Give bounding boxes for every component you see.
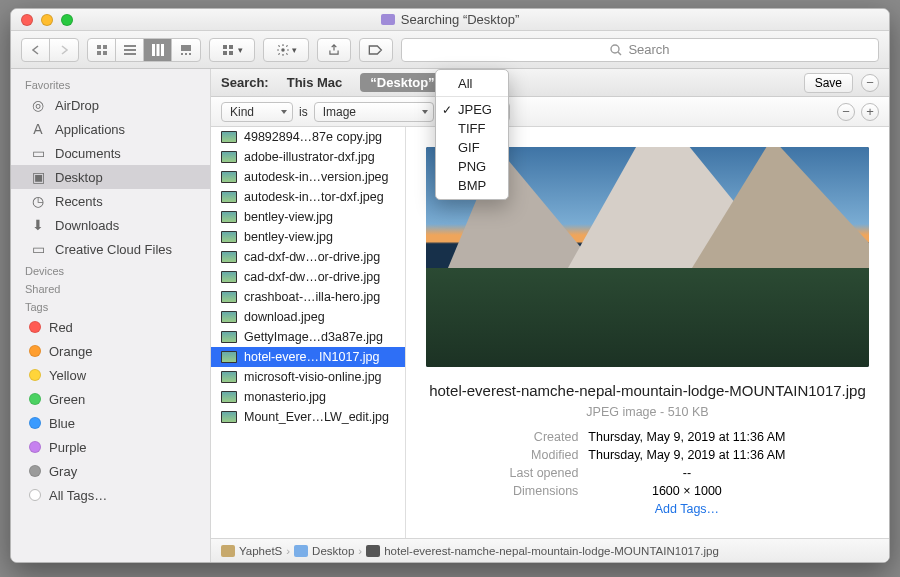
rule-value-select[interactable]: Image (314, 102, 434, 122)
column-view-button[interactable] (144, 39, 172, 61)
view-switcher (87, 38, 201, 62)
file-row[interactable]: bentley-view.jpg (211, 207, 405, 227)
content: 49892894…87e copy.jpgadobe-illustrator-d… (211, 127, 889, 538)
toolbar: ▾ ▾ Search (11, 31, 889, 69)
window-controls (21, 14, 73, 26)
sidebar-tag-yellow[interactable]: Yellow (11, 363, 210, 387)
svg-rect-10 (181, 45, 191, 51)
zoom-window-button[interactable] (61, 14, 73, 26)
share-button[interactable] (317, 38, 351, 62)
file-row[interactable]: cad-dxf-dw…or-drive.jpg (211, 267, 405, 287)
tag-dot-icon (29, 321, 41, 333)
svg-rect-13 (189, 53, 191, 55)
svg-rect-0 (97, 45, 101, 49)
sidebar-tag-blue[interactable]: Blue (11, 411, 210, 435)
svg-rect-11 (181, 53, 183, 55)
menu-item-tiff[interactable]: TIFF (436, 119, 508, 138)
menu-item-png[interactable]: PNG (436, 157, 508, 176)
scope-desktop[interactable]: “Desktop” (360, 73, 444, 92)
sidebar-section-shared-header: Shared (11, 279, 210, 297)
sidebar-item-desktop[interactable]: ▣Desktop (11, 165, 210, 189)
sidebar-item-creative-cloud[interactable]: ▭Creative Cloud Files (11, 237, 210, 261)
path-crumb-home[interactable]: YaphetS (221, 545, 282, 557)
scope-this-mac[interactable]: This Mac (277, 73, 353, 92)
folder-icon: ▭ (29, 241, 47, 257)
file-row[interactable]: autodesk-in…version.jpeg (211, 167, 405, 187)
remove-rule-button[interactable]: − (837, 103, 855, 121)
action-button[interactable]: ▾ (263, 38, 309, 62)
sidebar-section-favorites-header: Favorites (11, 75, 210, 93)
sidebar: Favorites ◎AirDrop AApplications ▭Docume… (11, 69, 211, 562)
file-thumb-icon (221, 171, 237, 183)
sidebar-section-tags-header: Tags (11, 297, 210, 315)
svg-point-18 (281, 48, 285, 52)
arrange-button[interactable]: ▾ (209, 38, 255, 62)
tag-dot-icon (29, 441, 41, 453)
sidebar-tag-red[interactable]: Red (11, 315, 210, 339)
sidebar-tag-gray[interactable]: Gray (11, 459, 210, 483)
file-row[interactable]: cad-dxf-dw…or-drive.jpg (211, 247, 405, 267)
svg-rect-1 (103, 45, 107, 49)
sidebar-section-devices-header: Devices (11, 261, 210, 279)
file-row[interactable]: crashboat-…illa-hero.jpg (211, 287, 405, 307)
tags-button[interactable] (359, 38, 393, 62)
home-icon (221, 545, 235, 557)
close-window-button[interactable] (21, 14, 33, 26)
file-list[interactable]: 49892894…87e copy.jpgadobe-illustrator-d… (211, 127, 406, 538)
back-button[interactable] (22, 39, 50, 61)
minimize-window-button[interactable] (41, 14, 53, 26)
sidebar-item-airdrop[interactable]: ◎AirDrop (11, 93, 210, 117)
documents-icon: ▭ (29, 145, 47, 161)
icon-view-button[interactable] (88, 39, 116, 61)
add-rule-button[interactable]: + (861, 103, 879, 121)
file-thumb-icon (221, 291, 237, 303)
menu-item-gif[interactable]: GIF (436, 138, 508, 157)
file-row[interactable]: 49892894…87e copy.jpg (211, 127, 405, 147)
sidebar-item-applications[interactable]: AApplications (11, 117, 210, 141)
file-row[interactable]: monasterio.jpg (211, 387, 405, 407)
file-thumb-icon (221, 411, 237, 423)
file-row[interactable]: download.jpeg (211, 307, 405, 327)
file-thumb-icon (221, 211, 237, 223)
sidebar-item-documents[interactable]: ▭Documents (11, 141, 210, 165)
save-search-button[interactable]: Save (804, 73, 853, 93)
rule-attribute-select[interactable]: Kind (221, 102, 293, 122)
svg-rect-17 (229, 51, 233, 55)
file-row[interactable]: Mount_Ever…LW_edit.jpg (211, 407, 405, 427)
file-row[interactable]: microsoft-visio-online.jpg (211, 367, 405, 387)
menu-item-all[interactable]: All (436, 74, 508, 93)
file-row[interactable]: adobe-illustrator-dxf.jpg (211, 147, 405, 167)
file-row[interactable]: bentley-view.jpg (211, 227, 405, 247)
gallery-view-button[interactable] (172, 39, 200, 61)
rule-relation: is (299, 105, 308, 119)
forward-button[interactable] (50, 39, 78, 61)
file-row[interactable]: hotel-evere…IN1017.jpg (211, 347, 405, 367)
file-name: GettyImage…d3a87e.jpg (244, 330, 383, 344)
sidebar-all-tags[interactable]: All Tags… (11, 483, 210, 507)
search-field[interactable]: Search (401, 38, 879, 62)
file-name: autodesk-in…tor-dxf.jpeg (244, 190, 384, 204)
preview-filetype: JPEG image - 510 KB (426, 405, 869, 419)
path-crumb-desktop[interactable]: Desktop (294, 545, 354, 557)
file-icon (366, 545, 380, 557)
menu-separator (436, 96, 508, 97)
menu-item-bmp[interactable]: BMP (436, 176, 508, 195)
tag-dot-icon (29, 465, 41, 477)
sidebar-item-downloads[interactable]: ⬇Downloads (11, 213, 210, 237)
file-row[interactable]: GettyImage…d3a87e.jpg (211, 327, 405, 347)
file-name: cad-dxf-dw…or-drive.jpg (244, 270, 380, 284)
svg-rect-6 (124, 53, 136, 55)
sidebar-item-recents[interactable]: ◷Recents (11, 189, 210, 213)
file-thumb-icon (221, 151, 237, 163)
remove-search-button[interactable]: − (861, 74, 879, 92)
sidebar-tag-orange[interactable]: Orange (11, 339, 210, 363)
file-name: bentley-view.jpg (244, 210, 333, 224)
tag-dot-icon (29, 489, 41, 501)
menu-item-jpeg[interactable]: JPEG (436, 100, 508, 119)
add-tags-button[interactable]: Add Tags… (655, 502, 719, 516)
sidebar-tag-green[interactable]: Green (11, 387, 210, 411)
path-crumb-file[interactable]: hotel-everest-namche-nepal-mountain-lodg… (366, 545, 719, 557)
sidebar-tag-purple[interactable]: Purple (11, 435, 210, 459)
list-view-button[interactable] (116, 39, 144, 61)
file-row[interactable]: autodesk-in…tor-dxf.jpeg (211, 187, 405, 207)
